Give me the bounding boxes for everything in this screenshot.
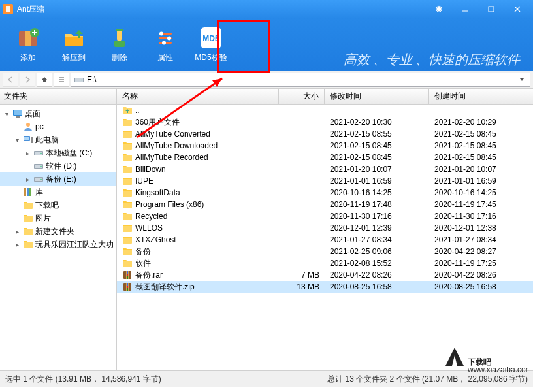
col-name-header[interactable]: 名称 — [117, 89, 279, 104]
svg-rect-30 — [114, 41, 125, 47]
path-input[interactable] — [87, 75, 517, 84]
file-row[interactable]: XTXZGhost2021-01-27 08:342021-01-27 08:3… — [117, 234, 533, 246]
tree-item-label: 库 — [35, 187, 43, 198]
extract-button[interactable]: 解压到 — [51, 22, 97, 67]
file-name: .. — [135, 106, 140, 115]
tree-item[interactable]: ▾桌面 — [0, 107, 116, 120]
file-ctime: 2020-11-19 17:25 — [429, 259, 533, 268]
file-name: AllMyTube Converted — [135, 129, 210, 139]
file-row[interactable]: KingsoftData2020-10-16 14:252020-10-16 1… — [117, 187, 533, 199]
file-list-panel: 名称 大小 修改时间 创建时间 注释 ..360用户文件2021-02-20 1… — [117, 89, 533, 370]
col-ctime-header[interactable]: 创建时间 — [429, 89, 533, 104]
sidebar-header: 文件夹 — [0, 89, 116, 105]
nav-up-button[interactable] — [37, 73, 52, 87]
tree-item[interactable]: 图片 — [0, 212, 116, 225]
file-row[interactable]: 备份.rar7 MB2020-04-22 08:262020-04-22 08:… — [117, 269, 533, 281]
tree-item[interactable]: 软件 (D:) — [0, 159, 116, 172]
file-row[interactable]: 备份2021-02-25 09:062020-04-22 08:27 — [117, 246, 533, 257]
view-mode-button[interactable] — [54, 73, 69, 87]
tree-item[interactable]: ▸备份 (E:) — [0, 172, 116, 186]
add-button[interactable]: 添加 — [5, 22, 51, 67]
file-row[interactable]: AllMyTube Converted2021-02-15 08:552021-… — [117, 128, 533, 140]
file-mtime: 2020-11-19 17:48 — [325, 200, 429, 209]
tree-expander-icon[interactable]: ▸ — [13, 228, 21, 235]
tree-item[interactable]: 库 — [0, 186, 116, 199]
tree-item[interactable]: pc — [0, 120, 116, 133]
folder-icon — [122, 258, 133, 269]
address-bar[interactable] — [71, 73, 530, 87]
settings-button[interactable] — [426, 0, 452, 18]
file-row[interactable]: AllMyTube Downloaded2021-02-15 08:452021… — [117, 140, 533, 152]
file-mtime: 2021-02-15 08:45 — [325, 153, 429, 162]
file-name: Recycled — [135, 212, 167, 221]
file-row[interactable]: 360用户文件2021-02-20 10:302021-02-20 10:29 — [117, 116, 533, 128]
delete-button[interactable]: 删除 — [97, 22, 142, 67]
tree-expander-icon[interactable]: ▸ — [13, 241, 21, 248]
tree-item[interactable]: ▸玩具乐园汪汪队立大功 — [0, 238, 116, 251]
file-row[interactable]: .. — [117, 105, 533, 116]
svg-point-36 — [159, 31, 163, 35]
status-selection: 选中 1 个文件 (13.91 MB， 14,586,941 字节) — [5, 374, 327, 385]
file-mtime: 2020-10-16 14:25 — [325, 188, 429, 197]
path-toolbar — [0, 71, 533, 89]
file-list-body[interactable]: ..360用户文件2021-02-20 10:302021-02-20 10:2… — [117, 105, 533, 370]
folder-icon — [122, 176, 133, 186]
nav-back-button[interactable] — [3, 73, 18, 87]
folder-icon — [122, 211, 133, 221]
file-ctime: 2021-02-15 08:45 — [429, 129, 533, 139]
file-name: XTXZGhost — [135, 235, 176, 244]
archive-icon — [122, 282, 133, 292]
md5-button[interactable]: MD5 MD5校验 — [188, 22, 234, 67]
col-size-header[interactable]: 大小 — [279, 89, 325, 104]
file-name: 备份.rar — [135, 270, 163, 281]
file-mtime: 2020-12-01 12:39 — [325, 223, 429, 233]
tree-item[interactable]: ▸新建文件夹 — [0, 225, 116, 238]
file-row[interactable]: WLLOS2020-12-01 12:392020-12-01 12:38 — [117, 222, 533, 234]
tree-item-label: 桌面 — [25, 108, 40, 120]
tree-item-label: 此电脑 — [35, 135, 59, 146]
tree-expander-icon[interactable]: ▾ — [3, 110, 10, 118]
tree-item[interactable]: 下载吧 — [0, 199, 116, 212]
file-name: BiliDown — [135, 165, 166, 174]
tree-expander-icon[interactable]: ▸ — [24, 150, 31, 157]
file-mtime: 2020-04-22 08:26 — [325, 270, 429, 280]
tree-item[interactable]: ▸本地磁盘 (C:) — [0, 146, 116, 159]
folder-tree[interactable]: ▾桌面pc▾此电脑▸本地磁盘 (C:)软件 (D:)▸备份 (E:)库下载吧图片… — [0, 105, 116, 370]
path-dropdown-button[interactable] — [517, 73, 527, 86]
extract-label: 解压到 — [62, 52, 86, 63]
column-header-row: 名称 大小 修改时间 创建时间 注释 — [117, 89, 533, 105]
file-row[interactable]: IUPE2021-01-01 16:592021-01-01 16:59 — [117, 175, 533, 187]
file-ctime: 2021-01-20 10:07 — [429, 165, 533, 174]
close-button[interactable] — [504, 0, 530, 18]
file-name: 备份 — [135, 246, 151, 257]
drive-icon — [74, 74, 84, 85]
minimize-button[interactable] — [452, 0, 478, 18]
file-row[interactable]: 软件2021-02-08 15:522020-11-19 17:25 — [117, 257, 533, 269]
archive-icon — [122, 270, 133, 280]
tree-expander-icon[interactable]: ▾ — [13, 137, 21, 144]
file-ctime: 2021-02-15 08:45 — [429, 153, 533, 162]
tree-item-label: 下载吧 — [35, 200, 59, 211]
file-row[interactable]: Program Files (x86)2020-11-19 17:482020-… — [117, 199, 533, 210]
status-totals: 总计 13 个文件夹 2 个文件 (21.07 MB， 22,095,086 字… — [327, 374, 528, 385]
file-mtime: 2021-02-20 10:30 — [325, 118, 429, 127]
properties-button[interactable]: 属性 — [142, 22, 188, 67]
col-mtime-header[interactable]: 修改时间 — [325, 89, 429, 104]
desktop-icon — [12, 108, 23, 119]
file-ctime: 2021-02-15 08:45 — [429, 141, 533, 150]
file-row[interactable]: Recycled2020-11-30 17:162020-11-30 17:16 — [117, 210, 533, 222]
tree-item[interactable]: ▾此电脑 — [0, 133, 116, 146]
file-ctime: 2021-01-01 16:59 — [429, 176, 533, 186]
pc-icon — [23, 135, 33, 145]
folder-icon — [122, 235, 133, 245]
maximize-button[interactable] — [478, 0, 504, 18]
file-mtime: 2021-01-01 16:59 — [325, 176, 429, 186]
file-row[interactable]: BiliDown2021-01-20 10:072021-01-20 10:07 — [117, 163, 533, 175]
file-mtime: 2021-02-15 08:45 — [325, 141, 429, 150]
file-row[interactable]: AllMyTube Recorded2021-02-15 08:452021-0… — [117, 152, 533, 163]
nav-forward-button[interactable] — [20, 73, 35, 87]
tree-item-label: 玩具乐园汪汪队立大功 — [35, 239, 114, 250]
tree-expander-icon[interactable]: ▸ — [24, 176, 31, 183]
file-row[interactable]: 截图翻译软件.zip13 MB2020-08-25 16:582020-08-2… — [117, 281, 533, 293]
add-label: 添加 — [20, 52, 36, 63]
